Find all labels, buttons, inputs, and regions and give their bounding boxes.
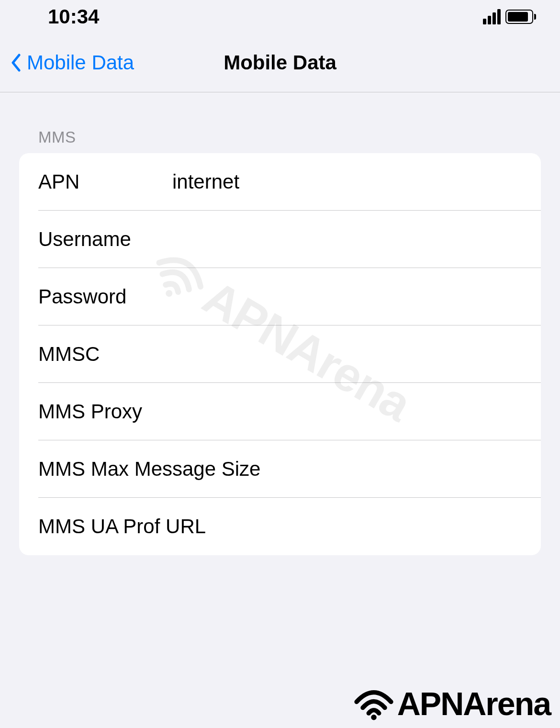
username-input[interactable] — [172, 228, 522, 251]
apn-label: APN — [38, 170, 172, 193]
mms-ua-prof-label: MMS UA Prof URL — [38, 515, 522, 538]
settings-card: APN Username Password MMSC MMS Proxy MMS… — [19, 153, 541, 555]
mmsc-input[interactable] — [172, 343, 522, 366]
status-icons — [483, 9, 536, 24]
mms-proxy-label: MMS Proxy — [38, 400, 172, 423]
password-input[interactable] — [172, 285, 522, 308]
chevron-left-icon — [10, 52, 22, 73]
row-mms-ua-prof[interactable]: MMS UA Prof URL — [19, 498, 541, 555]
back-label: Mobile Data — [27, 51, 134, 74]
battery-icon — [505, 10, 536, 24]
row-apn[interactable]: APN — [19, 153, 541, 211]
row-mms-proxy[interactable]: MMS Proxy — [19, 383, 541, 440]
svg-point-1 — [371, 715, 377, 720]
row-username[interactable]: Username — [19, 211, 541, 268]
footer-brand-text: APNArena — [397, 685, 550, 722]
wifi-icon — [352, 686, 395, 721]
row-mms-max-size[interactable]: MMS Max Message Size — [19, 440, 541, 498]
mmsc-label: MMSC — [38, 343, 172, 366]
back-button[interactable]: Mobile Data — [0, 51, 134, 74]
section-header-mms: MMS — [0, 92, 560, 153]
cellular-signal-icon — [483, 9, 501, 24]
password-label: Password — [38, 285, 172, 308]
mms-proxy-input[interactable] — [172, 400, 522, 423]
mms-max-size-label: MMS Max Message Size — [38, 458, 522, 481]
apn-input[interactable] — [172, 170, 522, 193]
row-mmsc[interactable]: MMSC — [19, 325, 541, 383]
status-time: 10:34 — [48, 5, 99, 28]
footer-brand: APNArena — [352, 685, 550, 722]
username-label: Username — [38, 228, 172, 251]
page-title: Mobile Data — [224, 51, 336, 74]
nav-bar: Mobile Data Mobile Data — [0, 34, 560, 92]
row-password[interactable]: Password — [19, 268, 541, 325]
status-bar: 10:34 — [0, 0, 560, 34]
